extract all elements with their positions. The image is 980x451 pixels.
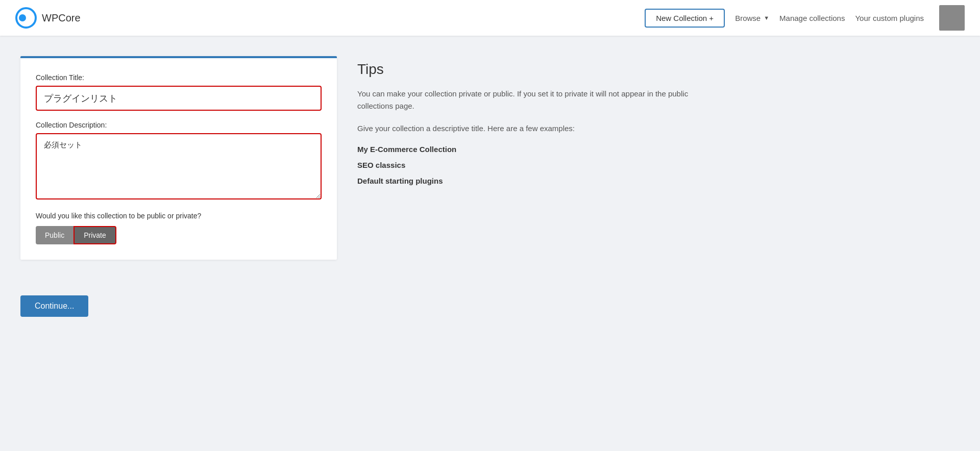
public-button[interactable]: Public <box>36 226 74 244</box>
description-label: Collection Description: <box>36 121 322 129</box>
continue-area: Continue... <box>0 280 980 317</box>
example-2: SEO classics <box>357 161 694 169</box>
privacy-toggle-group: Public Private <box>36 226 322 244</box>
logo-area: WPCore <box>15 7 81 29</box>
example-1: My E-Commerce Collection <box>357 145 694 154</box>
logo-icon <box>15 7 37 29</box>
continue-button[interactable]: Continue... <box>20 295 88 317</box>
header: WPCore New Collection + Browse ▼ Manage … <box>0 0 980 36</box>
private-button[interactable]: Private <box>74 226 116 244</box>
avatar[interactable] <box>939 5 965 31</box>
privacy-question: Would you like this collection to be pub… <box>36 212 322 220</box>
nav-area: New Collection + Browse ▼ Manage collect… <box>645 5 965 31</box>
browse-dropdown-arrow: ▼ <box>764 15 769 21</box>
collection-description-textarea[interactable]: 必須セット <box>36 133 322 199</box>
custom-plugins-link[interactable]: Your custom plugins <box>855 14 924 22</box>
logo-text: WPCore <box>42 12 81 24</box>
tips-paragraph1: You can make your collection private or … <box>357 88 694 112</box>
collection-title-input[interactable] <box>36 86 322 111</box>
tips-title: Tips <box>357 61 694 78</box>
form-panel: Collection Title: Collection Description… <box>20 56 337 260</box>
tips-paragraph2: Give your collection a descriptive title… <box>357 122 694 135</box>
manage-collections-link[interactable]: Manage collections <box>779 14 845 22</box>
tips-panel: Tips You can make your collection privat… <box>357 56 694 260</box>
main-content: Collection Title: Collection Description… <box>0 36 715 280</box>
new-collection-button[interactable]: New Collection + <box>645 9 725 28</box>
example-3: Default starting plugins <box>357 177 694 185</box>
title-label: Collection Title: <box>36 73 322 82</box>
svg-point-1 <box>19 14 26 21</box>
browse-link[interactable]: Browse ▼ <box>735 14 769 22</box>
